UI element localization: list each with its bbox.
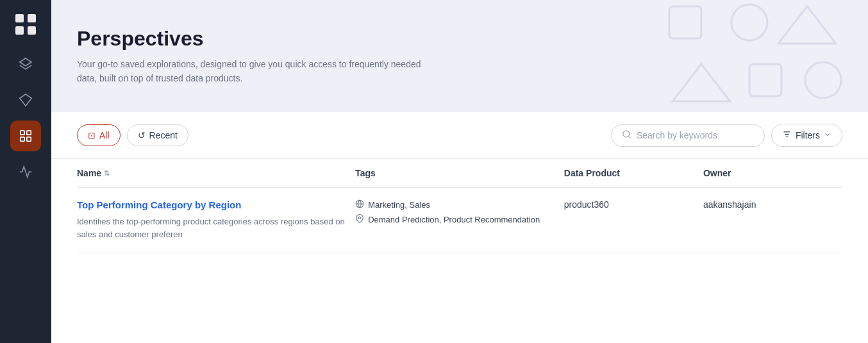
svg-rect-7	[21, 137, 24, 141]
search-icon	[622, 130, 631, 142]
column-tags-label: Tags	[355, 168, 376, 178]
all-label: All	[99, 130, 110, 140]
sidebar-item-layers[interactable]	[10, 49, 41, 79]
main-content: Perspectives Your go-to saved exploratio…	[51, 0, 868, 343]
recent-icon: ↺	[138, 130, 146, 140]
row-description: Identifies the top-performing product ca…	[77, 215, 355, 240]
globe-icon	[355, 199, 364, 210]
recent-button[interactable]: ↺ Recent	[127, 124, 188, 146]
pin-icon	[355, 214, 364, 225]
tag-line: Marketing, Sales	[355, 199, 564, 210]
sidebar-item-perspectives[interactable]	[10, 121, 41, 151]
search-input[interactable]	[637, 130, 752, 140]
svg-point-22	[358, 217, 361, 219]
svg-point-14	[805, 62, 841, 98]
svg-rect-5	[21, 131, 24, 135]
svg-marker-4	[20, 58, 31, 66]
tag-line: Demand Prediction, Product Recommendatio…	[355, 214, 564, 225]
filters-label: Filters	[796, 130, 820, 140]
filters-icon	[782, 130, 792, 141]
svg-point-15	[623, 130, 630, 137]
layers-icon	[19, 57, 33, 71]
column-name-label: Name	[77, 168, 101, 178]
tag-values: Marketing, Sales	[368, 200, 430, 210]
table-header: Name ⇅ Tags Data Product Owner	[77, 159, 842, 188]
row-owner: aakanshajain	[703, 199, 842, 210]
search-box[interactable]	[611, 124, 765, 147]
page-title: Perspectives	[77, 27, 842, 51]
tag-values: Demand Prediction, Product Recommendatio…	[368, 215, 540, 224]
svg-rect-3	[28, 26, 36, 35]
diamond-icon	[19, 93, 33, 107]
table-body: Top Performing Category by RegionIdentif…	[77, 188, 842, 253]
page-subtitle: Your go-to saved explorations, designed …	[77, 57, 436, 86]
sort-icon: ⇅	[104, 169, 110, 178]
column-owner-label: Owner	[703, 168, 731, 178]
toolbar: ⊡ All ↺ Recent	[51, 112, 868, 159]
hero-bg-shapes	[650, 0, 868, 112]
svg-rect-8	[27, 137, 31, 141]
svg-marker-12	[672, 64, 730, 101]
app-logo	[12, 10, 40, 38]
table-section: Name ⇅ Tags Data Product Owner Top Perfo…	[51, 159, 868, 343]
column-tags: Tags	[355, 168, 564, 178]
all-icon: ⊡	[88, 130, 96, 140]
svg-rect-6	[27, 131, 31, 135]
row-name-link[interactable]: Top Performing Category by Region	[77, 199, 355, 210]
sidebar-item-activity[interactable]	[10, 156, 41, 187]
sidebar-item-diamond[interactable]	[10, 85, 41, 115]
sidebar	[0, 0, 51, 343]
table-row: Top Performing Category by RegionIdentif…	[77, 188, 842, 253]
svg-line-16	[628, 136, 630, 138]
hero-banner: Perspectives Your go-to saved exploratio…	[51, 0, 868, 112]
toolbar-right: Filters	[611, 124, 842, 147]
column-owner: Owner	[703, 168, 842, 178]
svg-rect-1	[28, 14, 36, 22]
svg-rect-0	[15, 14, 24, 22]
perspectives-icon	[19, 129, 33, 143]
recent-label: Recent	[149, 130, 178, 140]
chevron-down-icon	[824, 130, 831, 140]
column-name: Name ⇅	[77, 168, 355, 178]
row-tags-col: Marketing, SalesDemand Prediction, Produ…	[355, 199, 564, 225]
activity-icon	[19, 165, 33, 179]
filters-button[interactable]: Filters	[771, 124, 842, 147]
all-button[interactable]: ⊡ All	[77, 124, 121, 146]
row-name-col: Top Performing Category by RegionIdentif…	[77, 199, 355, 240]
row-data-product: product360	[564, 199, 703, 210]
toolbar-left: ⊡ All ↺ Recent	[77, 124, 603, 146]
column-data-product-label: Data Product	[564, 168, 620, 178]
svg-rect-2	[15, 26, 24, 35]
svg-rect-13	[749, 64, 781, 96]
column-data-product: Data Product	[564, 168, 703, 178]
